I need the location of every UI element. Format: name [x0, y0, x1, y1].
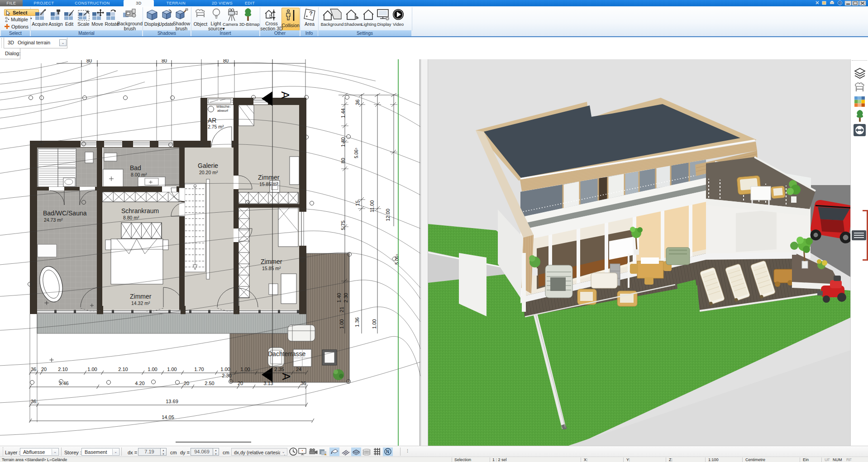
svg-text:36: 36	[300, 381, 306, 386]
svg-text:5.06⁵: 5.06⁵	[354, 148, 359, 158]
svg-text:36: 36	[31, 399, 36, 404]
svg-text:36: 36	[355, 100, 360, 105]
svg-text:1.00: 1.00	[339, 319, 344, 329]
svg-text:36: 36	[31, 367, 36, 372]
svg-text:21: 21	[339, 307, 344, 312]
svg-text:2.30: 2.30	[343, 293, 348, 302]
svg-text:1.36: 1.36	[354, 317, 360, 327]
svg-text:20: 20	[184, 381, 189, 386]
svg-text:20: 20	[41, 367, 47, 372]
svg-text:?: ?	[309, 10, 313, 17]
svg-text:5.75: 5.75	[340, 220, 346, 230]
svg-text:1.00: 1.00	[87, 367, 97, 372]
svg-text:Wäsche-: Wäsche-	[216, 105, 231, 109]
svg-text:Zimmer: Zimmer	[130, 293, 152, 300]
svg-text:A: A	[280, 373, 292, 380]
svg-text:3.13: 3.13	[263, 381, 273, 386]
svg-text:1.44: 1.44	[340, 108, 346, 118]
svg-text:Bad: Bad	[130, 164, 141, 171]
svg-text:Schrankraum: Schrankraum	[121, 207, 159, 214]
svg-text:1.00: 1.00	[167, 367, 176, 372]
svg-text:?: ?	[839, 2, 841, 5]
svg-text:4.20: 4.20	[135, 381, 144, 386]
svg-text:1.00: 1.00	[220, 367, 230, 372]
svg-text:24: 24	[296, 367, 301, 372]
svg-text:15.85 m²: 15.85 m²	[262, 266, 281, 271]
svg-text:2.75 m²: 2.75 m²	[208, 124, 224, 129]
svg-text:1.00: 1.00	[148, 367, 157, 372]
svg-text:Dachterrasse: Dachterrasse	[268, 350, 305, 357]
svg-text:8.80 m²: 8.80 m²	[123, 215, 139, 220]
svg-text:Bad/WC/Sauna: Bad/WC/Sauna	[43, 210, 87, 217]
svg-text:80: 80	[86, 59, 92, 63]
svg-text:14.32 m²: 14.32 m²	[131, 300, 150, 306]
svg-text:2.35: 2.35	[274, 367, 284, 372]
svg-text:2.50: 2.50	[205, 381, 214, 386]
svg-text:8.00 m²: 8.00 m²	[131, 172, 147, 177]
svg-text:Galerie: Galerie	[198, 162, 218, 169]
svg-text:N: N	[386, 449, 389, 454]
svg-text:13.69: 13.69	[166, 399, 178, 404]
svg-text:2.10: 2.10	[58, 367, 67, 372]
svg-text:1.00: 1.00	[372, 319, 377, 329]
svg-text:1.40: 1.40	[340, 137, 346, 147]
svg-text:14.05: 14.05	[162, 414, 174, 420]
svg-text:2.10: 2.10	[118, 367, 128, 372]
svg-text:80: 80	[162, 59, 167, 63]
svg-text:A: A	[279, 91, 291, 99]
svg-text:Zimmer: Zimmer	[258, 174, 280, 181]
svg-text:20: 20	[238, 381, 243, 386]
svg-text:11.00: 11.00	[369, 200, 375, 213]
svg-text:80: 80	[223, 59, 229, 63]
svg-text:24.73 m²: 24.73 m²	[44, 217, 63, 223]
svg-text:abwurf: abwurf	[217, 109, 229, 113]
svg-text:20.20 m²: 20.20 m²	[199, 170, 218, 175]
svg-text:1.70: 1.70	[194, 367, 204, 372]
svg-text:1.40: 1.40	[336, 293, 342, 302]
